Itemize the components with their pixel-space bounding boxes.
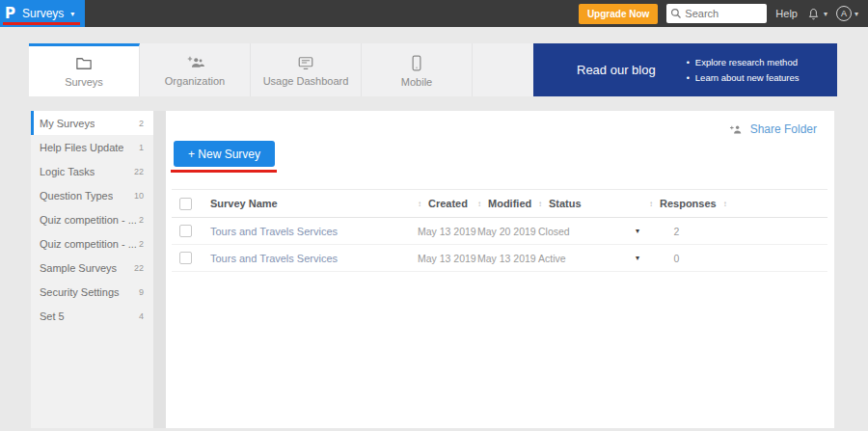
surveys-panel: Share Folder + New Survey Survey Name ↕C… <box>166 111 834 428</box>
tab-usage-dashboard[interactable]: Usage Dashboard <box>251 43 362 96</box>
status-dropdown-icon[interactable]: ▾ <box>636 254 639 262</box>
sidebar-item-quiz-competition-1[interactable]: Quiz competition - ... 2 <box>31 207 153 231</box>
tab-label: Usage Dashboard <box>263 75 349 87</box>
select-all-checkbox[interactable] <box>179 198 192 210</box>
sidebar-item-count: 4 <box>139 311 144 321</box>
sidebar-item-logic-tasks[interactable]: Logic Tasks 22 <box>31 159 153 183</box>
account-menu[interactable]: A ▾ <box>836 6 858 21</box>
responses-cell: 0 <box>649 253 731 264</box>
status-value: Active <box>538 253 566 264</box>
sidebar-item-count: 2 <box>139 215 144 225</box>
tab-mobile[interactable]: Mobile <box>362 43 473 96</box>
tab-surveys[interactable]: Surveys <box>29 43 140 96</box>
blog-banner[interactable]: Read our blog Explore research method Le… <box>533 43 837 96</box>
dashboard-icon <box>297 55 314 70</box>
sidebar-item-count: 1 <box>139 143 144 152</box>
sidebar-item-count: 22 <box>134 167 144 176</box>
row-checkbox[interactable] <box>179 225 192 237</box>
sort-icon[interactable]: ↕ <box>723 200 727 208</box>
sidebar-item-count: 2 <box>139 239 144 249</box>
sidebar-item-security-settings[interactable]: Security Settings 9 <box>31 280 153 304</box>
sort-icon[interactable]: ↕ <box>418 200 421 208</box>
blog-bullet-list: Explore research method Learn about new … <box>687 57 800 83</box>
column-label: Created <box>428 198 468 209</box>
column-label: Responses <box>660 198 717 209</box>
help-link[interactable]: Help <box>775 8 798 19</box>
upgrade-now-button[interactable]: Upgrade Now <box>579 4 658 24</box>
navbar-actions: Upgrade Now Help ▾ A ▾ <box>579 4 868 24</box>
column-header-survey-name[interactable]: Survey Name <box>210 198 418 209</box>
sort-icon[interactable]: ↕ <box>538 200 542 208</box>
product-switcher[interactable]: P Surveys ▾ <box>0 0 85 27</box>
survey-name-link[interactable]: Tours and Travels Services <box>210 226 418 237</box>
sidebar-item-label: Question Types <box>40 190 113 202</box>
new-survey-button[interactable]: + New Survey <box>174 141 275 167</box>
notifications-menu[interactable]: ▾ <box>806 7 827 21</box>
sidebar-item-label: Logic Tasks <box>40 166 95 177</box>
sidebar-item-set-5[interactable]: Set 5 4 <box>31 304 153 328</box>
tab-organization[interactable]: Organization <box>140 43 251 96</box>
tab-label: Mobile <box>401 76 432 88</box>
responses-cell: 2 <box>649 226 731 237</box>
product-name: Surveys <box>22 7 64 20</box>
column-header-created[interactable]: ↕Created <box>418 198 477 209</box>
column-header-modified[interactable]: ↕Modified <box>477 198 538 209</box>
mobile-icon <box>411 55 422 71</box>
tab-label: Surveys <box>65 76 103 88</box>
column-header-status[interactable]: ↕Status <box>538 198 649 209</box>
table-row: Tours and Travels Services May 13 2019 M… <box>172 218 827 245</box>
sidebar-item-count: 9 <box>139 287 144 297</box>
sort-icon[interactable]: ↕ <box>477 200 481 208</box>
status-cell: Closed ▾ <box>538 226 649 237</box>
blog-title: Read our blog <box>577 63 656 77</box>
status-dropdown-icon[interactable]: ▾ <box>636 227 639 235</box>
chevron-down-icon: ▾ <box>824 10 827 18</box>
chevron-down-icon: ▾ <box>854 10 858 18</box>
main-tabbar: Surveys Organization Usage Dashboard Mob… <box>29 43 837 96</box>
sidebar-item-label: Help Files Update <box>40 142 123 153</box>
column-label: Survey Name <box>210 198 278 209</box>
annotation-underline <box>171 170 277 173</box>
share-person-icon <box>729 123 745 136</box>
modified-cell: May 13 2019 <box>477 253 538 264</box>
sidebar-item-count: 10 <box>134 191 144 201</box>
add-people-icon <box>186 55 204 70</box>
tab-label: Organization <box>165 75 225 87</box>
blog-bullet: Explore research method <box>687 57 800 67</box>
search-icon <box>670 8 682 19</box>
share-folder-link[interactable]: Share Folder <box>729 122 817 136</box>
sort-icon[interactable]: ↕ <box>649 200 653 208</box>
sidebar-item-quiz-competition-2[interactable]: Quiz competition - ... 2 <box>31 231 153 256</box>
status-value: Closed <box>538 226 570 237</box>
sidebar-item-label: Security Settings <box>40 286 120 298</box>
surveys-table: Survey Name ↕Created ↕Modified ↕Status ↕… <box>172 189 827 272</box>
blog-bullet: Learn about new features <box>687 72 800 83</box>
share-folder-label: Share Folder <box>750 122 817 136</box>
chevron-down-icon: ▾ <box>70 10 74 18</box>
created-cell: May 13 2019 <box>418 226 477 237</box>
column-label: Modified <box>488 198 531 209</box>
sidebar-item-help-files-update[interactable]: Help Files Update 1 <box>31 135 153 159</box>
avatar: A <box>836 6 852 21</box>
sidebar-item-count: 22 <box>134 263 144 273</box>
sidebar-item-label: Quiz competition - ... <box>40 238 137 250</box>
sidebar-item-label: My Surveys <box>40 118 95 129</box>
sidebar-item-label: Sample Surveys <box>40 262 117 274</box>
annotation-underline <box>3 22 80 25</box>
survey-name-link[interactable]: Tours and Travels Services <box>210 253 418 264</box>
sidebar-gutter <box>153 111 166 428</box>
sidebar-item-my-surveys[interactable]: My Surveys 2 <box>31 111 153 135</box>
sidebar-item-count: 2 <box>139 119 144 128</box>
app-window: P Surveys ▾ Upgrade Now Help ▾ A ▾ <box>0 0 868 431</box>
table-header-row: Survey Name ↕Created ↕Modified ↕Status ↕… <box>172 189 827 218</box>
folders-sidebar: My Surveys 2 Help Files Update 1 Logic T… <box>31 111 153 428</box>
column-header-responses[interactable]: ↕Responses↕ <box>649 198 731 209</box>
sidebar-item-label: Quiz competition - ... <box>40 214 137 226</box>
proprofs-logo-icon: P <box>5 7 15 21</box>
sidebar-item-question-types[interactable]: Question Types 10 <box>31 183 153 207</box>
folder-icon <box>75 56 93 71</box>
created-cell: May 13 2019 <box>418 253 477 264</box>
table-row: Tours and Travels Services May 13 2019 M… <box>172 245 827 272</box>
sidebar-item-sample-surveys[interactable]: Sample Surveys 22 <box>31 256 153 280</box>
row-checkbox[interactable] <box>179 252 192 264</box>
